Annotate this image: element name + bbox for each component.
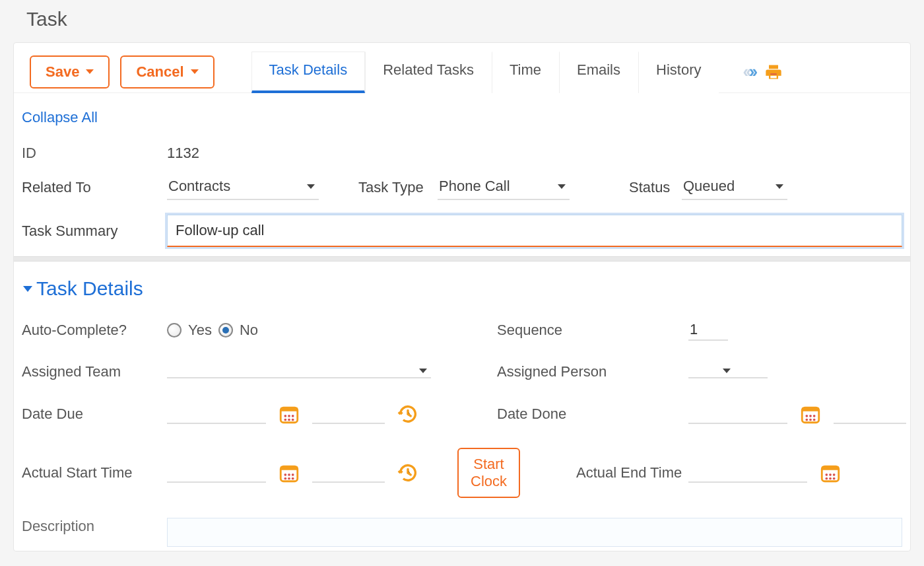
task-summary-input[interactable] (167, 215, 902, 247)
caret-down-icon (86, 69, 94, 74)
svg-rect-0 (770, 73, 776, 75)
save-button[interactable]: Save (30, 55, 110, 88)
print-icon[interactable] (764, 63, 783, 81)
sequence-label: Sequence (497, 322, 688, 339)
caret-down-icon (191, 69, 199, 74)
actual-start-label: Actual Start Time (22, 464, 167, 481)
svg-point-15 (809, 419, 812, 421)
chevron-down-icon (307, 184, 315, 189)
date-due-widgets (167, 403, 471, 425)
svg-point-32 (833, 478, 836, 480)
assigned-team-dropdown[interactable] (167, 366, 431, 378)
task-details-grid: Auto-Complete? Yes No Sequence 1 Assigne… (22, 320, 902, 498)
related-to-dropdown[interactable]: Contracts (167, 175, 319, 200)
svg-rect-10 (802, 407, 819, 411)
date-done-input[interactable] (688, 404, 787, 424)
svg-point-24 (292, 478, 294, 480)
section-divider (14, 256, 910, 262)
svg-point-13 (813, 415, 816, 417)
tab-history[interactable]: History (638, 52, 719, 93)
chevron-down-icon (723, 369, 731, 373)
auto-complete-label: Auto-Complete? (22, 322, 167, 339)
section-task-details-header[interactable]: Task Details (23, 277, 902, 300)
svg-point-7 (288, 419, 290, 421)
svg-point-5 (292, 415, 294, 417)
date-done-label: Date Done (497, 406, 688, 423)
svg-point-12 (809, 415, 812, 417)
svg-point-20 (288, 474, 290, 476)
date-due-time-input[interactable] (312, 404, 385, 424)
chevron-down-icon (419, 369, 427, 373)
chevron-down-icon (23, 286, 32, 292)
tab-time[interactable]: Time (492, 52, 559, 93)
svg-point-8 (292, 419, 294, 421)
content-area: Collapse All ID 1132 Related To Contract… (14, 93, 910, 551)
svg-point-14 (805, 419, 808, 421)
svg-rect-18 (280, 466, 298, 470)
status-label: Status (603, 179, 675, 196)
task-summary-row: Task Summary (22, 207, 902, 247)
svg-point-11 (805, 415, 808, 417)
save-button-label: Save (46, 63, 79, 81)
related-to-label: Related To (22, 179, 167, 196)
date-due-label: Date Due (22, 406, 167, 423)
auto-complete-radio-group: Yes No (167, 322, 471, 339)
svg-point-29 (833, 474, 836, 476)
tab-task-details[interactable]: Task Details (251, 52, 366, 93)
svg-point-31 (829, 478, 832, 480)
sequence-input[interactable]: 1 (688, 320, 728, 341)
actual-end-label: Actual End Time (497, 464, 688, 481)
cancel-button-label: Cancel (136, 63, 183, 81)
svg-point-27 (825, 474, 828, 476)
toolbar: Save Cancel Task Details Related Tasks T… (14, 43, 910, 93)
collapse-all-link[interactable]: Collapse All (22, 109, 902, 126)
svg-point-4 (288, 415, 290, 417)
id-label: ID (22, 145, 167, 162)
tab-related-tasks[interactable]: Related Tasks (365, 52, 492, 93)
assigned-team-label: Assigned Team (22, 363, 167, 380)
classification-row: Related To Contracts Task Type Phone Cal… (22, 168, 902, 207)
auto-complete-yes-radio[interactable] (167, 323, 182, 337)
svg-point-30 (825, 478, 828, 480)
task-type-dropdown[interactable]: Phone Call (438, 175, 570, 200)
chevron-down-icon (776, 184, 783, 189)
svg-point-3 (284, 415, 286, 417)
svg-point-16 (813, 419, 816, 421)
section-title: Task Details (36, 277, 143, 300)
actual-start-widgets (167, 462, 471, 484)
svg-point-23 (288, 478, 290, 480)
svg-point-19 (284, 474, 286, 476)
calendar-icon[interactable] (278, 403, 300, 425)
auto-complete-yes-label: Yes (188, 322, 212, 339)
date-done-time-input[interactable] (834, 404, 906, 424)
description-textarea[interactable] (167, 518, 902, 547)
assigned-person-label: Assigned Person (497, 363, 688, 380)
svg-point-21 (292, 474, 294, 476)
date-due-input[interactable] (167, 404, 266, 424)
auto-complete-no-label: No (240, 322, 258, 339)
description-label: Description (22, 518, 167, 535)
svg-rect-26 (822, 466, 839, 470)
tab-emails[interactable]: Emails (559, 52, 638, 93)
actual-end-date-input[interactable] (688, 463, 807, 483)
task-type-label: Task Type (339, 179, 431, 196)
task-panel: Save Cancel Task Details Related Tasks T… (13, 42, 911, 551)
calendar-icon[interactable] (819, 462, 842, 484)
tabs: Task Details Related Tasks Time Emails H… (251, 51, 719, 92)
start-clock-cell: Start Clock (471, 448, 497, 498)
cancel-button[interactable]: Cancel (120, 55, 214, 88)
actual-start-time-input[interactable] (312, 463, 385, 483)
auto-complete-no-radio[interactable] (218, 323, 233, 337)
status-dropdown[interactable]: Queued (682, 175, 787, 200)
page-title: Task (0, 0, 924, 42)
actual-start-date-input[interactable] (167, 463, 266, 483)
svg-point-28 (829, 474, 832, 476)
svg-point-6 (284, 419, 286, 421)
calendar-icon[interactable] (278, 462, 300, 484)
assigned-person-dropdown[interactable] (688, 366, 768, 378)
calendar-icon[interactable] (799, 403, 822, 425)
tabs-scroll-buttons[interactable]: ‹‹›› (742, 61, 755, 82)
clock-history-icon[interactable] (397, 462, 419, 484)
tabs-scroll: ‹‹›› (742, 61, 783, 82)
clock-history-icon[interactable] (397, 403, 419, 425)
